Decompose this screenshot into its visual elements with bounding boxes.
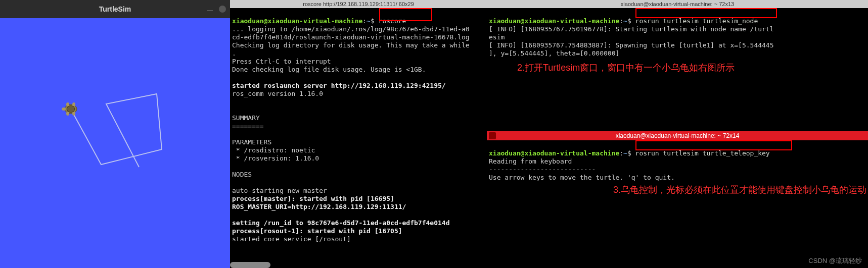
log-line: [ INFO] [1680935767.750196778]: Starting… (489, 25, 774, 33)
terminal-header-roscore: roscore http://192.168.119.129:11311/ 60… (230, 0, 487, 8)
prompt-user: xiaoduan@xiaoduan-virtual-machine (232, 17, 362, 25)
terminal-header-node: xiaoduan@xiaoduan-virtual-machine: ~ 72x… (487, 0, 868, 8)
log-line: ], y=[5.544445], theta=[0.000000] (489, 49, 619, 57)
cmd-turtlesim-node: rosrun turtlesim turtlesim_node (635, 17, 758, 25)
log-line: started roslaunch server http://192.168.… (232, 82, 446, 89)
log-line: Use arrow keys to move the turtle. 'q' t… (489, 174, 675, 181)
log-line: . (232, 49, 236, 57)
terminal-roscore[interactable]: xiaoduan@xiaoduan-virtual-machine:~$ ros… (230, 8, 487, 268)
log-line: esim (489, 33, 505, 41)
turtle-trail (0, 18, 230, 268)
cmd-teleop: rosrun turtlesim turtle_teleop_key (635, 149, 770, 157)
svg-point-1 (62, 108, 66, 111)
titlebar-controls (207, 6, 226, 13)
nodes-heading: NODES (232, 171, 252, 178)
close-icon[interactable] (219, 6, 226, 13)
prompt-user: xiaoduan@xiaoduan-virtual-machine (489, 149, 619, 157)
highlight-box-node (635, 8, 777, 18)
log-line: process[master]: started with pid [16695… (232, 195, 394, 202)
log-line: ... logging to /home/xiaoduan/.ros/log/9… (232, 25, 470, 33)
summary-heading: SUMMARY (232, 114, 260, 122)
log-line: process[rosout-1]: started with pid [167… (232, 227, 402, 235)
minimize-icon[interactable] (207, 10, 213, 11)
log-line: setting /run_id to 98c767e6-d5d7-11ed-a0… (232, 219, 449, 227)
turtle-icon (61, 99, 81, 119)
highlight-box-teleop (635, 140, 792, 150)
log-line: Done checking log file disk usage. Usage… (232, 66, 426, 73)
terminal-roscore-pane: roscore http://192.168.119.129:11311/ 60… (230, 0, 487, 268)
prompt-path: ~ (623, 17, 627, 25)
prompt-path: ~ (623, 149, 627, 157)
separator: ======== (232, 122, 264, 130)
prompt-path: ~ (367, 17, 371, 25)
titlebar[interactable]: TurtleSim (0, 0, 230, 18)
log-line: Press Ctrl-C to interrupt (232, 58, 331, 65)
annotation-3: 3.乌龟控制，光标必须在此位置才能使用键盘控制小乌龟的运动 (613, 183, 775, 196)
right-terminals-column: xiaoduan@xiaoduan-virtual-machine: ~ 72x… (487, 0, 868, 268)
log-line: Checking log directory for disk usage. T… (232, 41, 470, 49)
prompt-user: xiaoduan@xiaoduan-virtual-machine (489, 17, 619, 25)
log-line: ROS_MASTER_URI=http://192.168.119.129:11… (232, 203, 406, 210)
terminal-header-teleop-title: xiaoduan@xiaoduan-virtual-machine: ~ 72x… (616, 131, 740, 140)
log-line: Reading from keyboard (489, 157, 572, 165)
params-heading: PARAMETERS (232, 138, 271, 146)
cmd-roscore: roscore (379, 17, 406, 25)
param-line: * /rosdistro: noetic (232, 146, 315, 154)
log-line: cd-edfb7f4e014d/roslaunch-xiaoduan-virtu… (232, 33, 470, 41)
scrollbar-thumb[interactable] (230, 262, 270, 268)
watermark: CSDN @琉璃轻纱 (808, 257, 862, 265)
log-line: [ INFO] [1680935767.754883887]: Spawning… (489, 41, 774, 49)
log-line: ros_comm version 1.16.0 (232, 90, 323, 97)
param-line: * /rosversion: 1.16.0 (232, 154, 319, 162)
turtlesim-canvas[interactable] (0, 18, 230, 268)
terminal-header-teleop[interactable]: xiaoduan@xiaoduan-virtual-machine: ~ 72x… (487, 131, 868, 140)
window-title: TurtleSim (99, 5, 131, 13)
terminal-tab-icon (489, 132, 496, 139)
log-line: --------------------------- (489, 166, 596, 173)
terminal-teleop[interactable]: xiaoduan@xiaoduan-virtual-machine:~$ ros… (487, 140, 868, 268)
terminal-turtlesim-node[interactable]: xiaoduan@xiaoduan-virtual-machine:~$ ros… (487, 8, 868, 131)
log-line: auto-starting new master (232, 187, 327, 194)
turtlesim-window: TurtleSim (0, 0, 230, 268)
log-line: started core service [/rosout] (232, 235, 351, 243)
annotation-2: 2.打开Turtlesim窗口，窗口中有一个小乌龟如右图所示 (517, 61, 735, 74)
